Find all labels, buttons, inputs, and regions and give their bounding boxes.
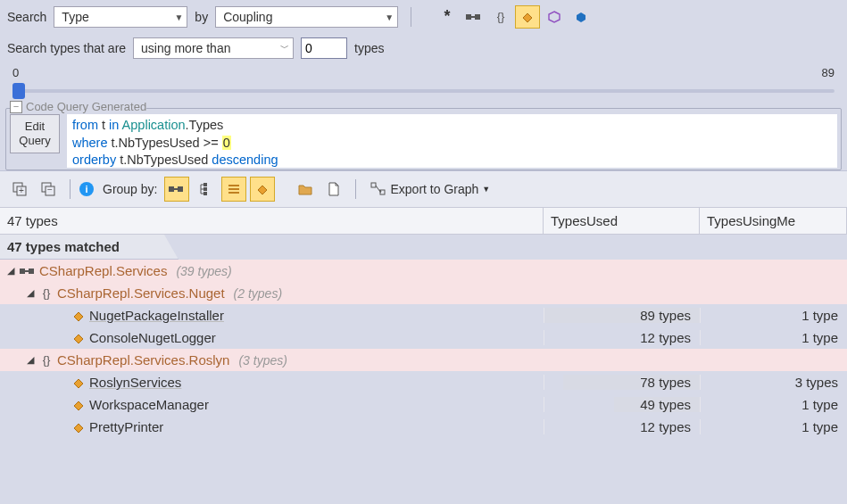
by-label: by — [195, 10, 208, 24]
table-row[interactable]: NugetPackageInstaller 89 types 1 type — [0, 304, 847, 326]
assembly-icon — [20, 266, 36, 277]
table-row[interactable]: ◢ {} CSharpRepl.Services.Nuget (2 types) — [0, 282, 847, 304]
svg-rect-16 — [174, 188, 178, 190]
svg-rect-22 — [228, 192, 239, 194]
svg-rect-3 — [471, 16, 475, 18]
column-name[interactable]: 47 types — [0, 208, 544, 234]
code-area: from t in Application.Types where t.NbTy… — [67, 114, 837, 168]
info-icon[interactable]: i — [79, 182, 94, 196]
type-icon — [71, 331, 86, 345]
svg-marker-7 — [577, 12, 585, 22]
filter-value-input[interactable] — [301, 37, 347, 59]
svg-rect-18 — [203, 187, 207, 191]
slider-max: 89 — [822, 66, 835, 79]
threshold-slider[interactable] — [12, 81, 835, 101]
svg-rect-19 — [203, 192, 207, 195]
table-row[interactable]: ◢ {} CSharpRepl.Services.Roslyn (3 types… — [0, 349, 847, 371]
separator — [355, 179, 356, 199]
svg-text:*: * — [444, 10, 451, 24]
search-scope-dropdown[interactable]: Type ▼ — [54, 6, 187, 28]
assembly-icon[interactable] — [461, 5, 486, 29]
search-label: Search — [7, 10, 46, 24]
svg-text:{}: {} — [497, 10, 505, 23]
group-by-label: Group by: — [103, 182, 157, 196]
svg-text:{}: {} — [43, 286, 51, 300]
chevron-down-icon: ▼ — [174, 12, 183, 22]
svg-marker-31 — [74, 335, 83, 343]
separator — [70, 179, 71, 199]
graph-icon — [370, 182, 386, 196]
field-icon[interactable] — [569, 5, 594, 29]
search-metric-value: Coupling — [223, 10, 272, 24]
svg-marker-35 — [74, 424, 83, 433]
namespace-icon[interactable]: {} — [488, 5, 513, 29]
filter-prefix: Search types that are — [7, 41, 126, 55]
group-flat-button[interactable] — [221, 177, 246, 202]
type-icon — [71, 398, 86, 412]
svg-marker-5 — [523, 13, 532, 22]
group-assembly-button[interactable] — [164, 177, 189, 202]
group-tree-button[interactable] — [193, 177, 218, 202]
slider-thumb[interactable] — [12, 83, 25, 99]
edit-query-button[interactable]: Edit Query — [10, 114, 60, 153]
search-scope-value: Type — [62, 10, 88, 24]
file-button[interactable] — [321, 177, 346, 202]
type-icon[interactable] — [515, 5, 540, 29]
svg-marker-30 — [74, 312, 83, 321]
expander-icon[interactable]: ◢ — [25, 287, 36, 299]
asterisk-icon[interactable]: * — [435, 5, 460, 29]
table-row[interactable]: ◢ CSharpRepl.Services (39 types) — [0, 260, 847, 282]
query-legend: Code Query Generated — [26, 100, 146, 113]
svg-rect-15 — [178, 186, 183, 192]
folder-button[interactable] — [293, 177, 318, 202]
expander-icon[interactable]: ◢ — [25, 354, 36, 366]
svg-text:{}: {} — [43, 353, 51, 367]
table-row[interactable]: ConsoleNugetLogger 12 types 1 type — [0, 326, 847, 349]
type-icon — [71, 420, 86, 434]
svg-marker-23 — [258, 186, 267, 194]
expander-icon[interactable]: ◢ — [5, 265, 16, 277]
filter-predicate-dropdown[interactable]: using more than ﹀ — [133, 37, 294, 59]
search-metric-dropdown[interactable]: Coupling ▼ — [215, 6, 398, 28]
type-icon — [71, 309, 86, 323]
svg-text:−: − — [47, 185, 53, 194]
chevron-down-icon: ▼ — [482, 185, 490, 194]
column-types-using-me[interactable]: TypesUsingMe — [700, 208, 847, 234]
svg-rect-24 — [371, 183, 376, 187]
table-row[interactable]: PrettyPrinter 12 types 1 type — [0, 416, 847, 438]
export-to-graph-button[interactable]: Export to Graph ▼ — [370, 182, 490, 196]
svg-rect-26 — [20, 269, 25, 274]
svg-rect-14 — [169, 186, 174, 192]
method-icon[interactable] — [542, 5, 567, 29]
collapse-all-button[interactable]: − — [36, 177, 61, 202]
svg-rect-1 — [466, 14, 471, 20]
type-icon — [71, 376, 86, 390]
filter-predicate-value: using more than — [141, 41, 230, 55]
svg-rect-28 — [25, 270, 29, 272]
table-header: 47 types TypesUsed TypesUsingMe — [0, 207, 847, 235]
search-bar: Search Type ▼ by Coupling ▼ * {} — [0, 0, 847, 34]
svg-rect-20 — [228, 185, 239, 186]
slider-min: 0 — [12, 66, 19, 79]
svg-rect-21 — [228, 188, 239, 190]
svg-rect-27 — [29, 269, 34, 274]
svg-rect-2 — [475, 14, 480, 20]
table-row[interactable]: WorkspaceManager 49 types 1 type — [0, 393, 847, 416]
collapse-button[interactable]: − — [10, 101, 22, 113]
matched-summary: 47 types matched — [0, 235, 179, 260]
column-types-used[interactable]: TypesUsed — [544, 208, 700, 234]
filter-suffix: types — [354, 41, 384, 55]
svg-text:+: + — [19, 186, 24, 195]
svg-marker-33 — [74, 379, 83, 388]
table-row[interactable]: RoslynServices 78 types 3 types — [0, 371, 847, 393]
namespace-icon: {} — [39, 353, 54, 368]
chevron-down-icon: ﹀ — [280, 42, 289, 54]
expand-all-button[interactable]: + — [7, 177, 32, 202]
filter-icon-row: * {} — [435, 5, 594, 29]
filter-row: Search types that are using more than ﹀ … — [0, 34, 847, 66]
svg-marker-34 — [74, 401, 83, 410]
svg-marker-6 — [549, 12, 560, 22]
namespace-icon: {} — [39, 286, 54, 301]
svg-rect-17 — [203, 183, 207, 186]
group-type-button[interactable] — [250, 177, 275, 202]
